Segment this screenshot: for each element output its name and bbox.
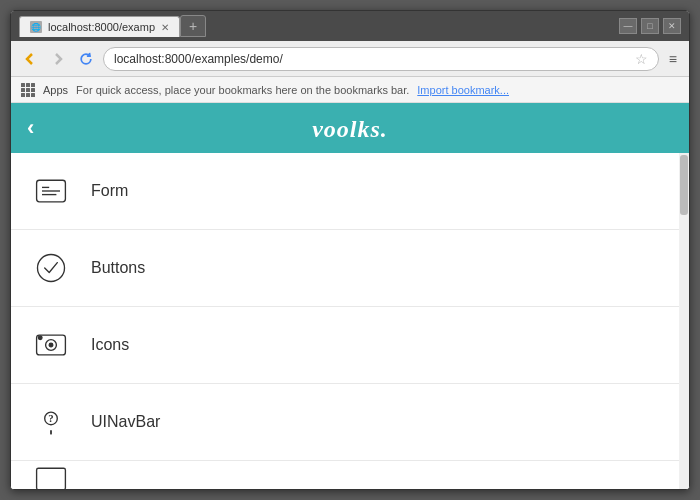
menu-item-partial[interactable] bbox=[11, 461, 689, 489]
minimize-button[interactable]: — bbox=[619, 18, 637, 34]
new-tab-button[interactable]: + bbox=[180, 15, 206, 37]
partial-icon bbox=[31, 461, 71, 489]
url-text: localhost:8000/examples/demo/ bbox=[114, 52, 629, 66]
menu-item-buttons[interactable]: Buttons bbox=[11, 230, 689, 307]
address-bar[interactable]: localhost:8000/examples/demo/ ☆ bbox=[103, 47, 659, 71]
svg-text:?: ? bbox=[48, 412, 53, 424]
import-bookmarks-link[interactable]: Import bookmark... bbox=[417, 84, 509, 96]
scroll-thumb[interactable] bbox=[680, 155, 688, 215]
browser-menu-button[interactable]: ≡ bbox=[665, 49, 681, 69]
apps-label[interactable]: Apps bbox=[43, 84, 68, 96]
bookmark-hint-text: For quick access, place your bookmarks h… bbox=[76, 84, 409, 96]
app-header: ‹ voolks. bbox=[11, 103, 689, 153]
menu-list: Form Buttons bbox=[11, 153, 689, 489]
svg-point-7 bbox=[49, 343, 53, 347]
menu-item-form[interactable]: Form bbox=[11, 153, 689, 230]
menu-item-icons[interactable]: Icons bbox=[11, 307, 689, 384]
app-logo: voolks. bbox=[312, 113, 388, 144]
tab-close-button[interactable]: ✕ bbox=[161, 22, 169, 33]
tab-favicon: 🌐 bbox=[30, 21, 42, 33]
icons-icon bbox=[31, 325, 71, 365]
tab-strip: 🌐 localhost:8000/examp ✕ + bbox=[19, 15, 613, 37]
refresh-button[interactable] bbox=[75, 48, 97, 70]
logo-text: voolks. bbox=[312, 116, 388, 142]
tab-title: localhost:8000/examp bbox=[48, 21, 155, 33]
icons-label: Icons bbox=[91, 336, 129, 354]
scroll-track bbox=[679, 153, 689, 489]
forward-button[interactable] bbox=[47, 48, 69, 70]
apps-grid-icon bbox=[21, 83, 35, 97]
bookmark-star-button[interactable]: ☆ bbox=[635, 51, 648, 67]
svg-rect-12 bbox=[37, 468, 66, 489]
app-back-button[interactable]: ‹ bbox=[27, 115, 34, 141]
active-tab[interactable]: 🌐 localhost:8000/examp ✕ bbox=[19, 16, 180, 37]
svg-point-8 bbox=[38, 336, 42, 340]
buttons-icon bbox=[31, 248, 71, 288]
bookmarks-bar: Apps For quick access, place your bookma… bbox=[11, 77, 689, 103]
nav-bar: localhost:8000/examples/demo/ ☆ ≡ bbox=[11, 41, 689, 77]
maximize-button[interactable]: □ bbox=[641, 18, 659, 34]
svg-point-4 bbox=[38, 255, 65, 282]
browser-window: 🌐 localhost:8000/examp ✕ + — □ ✕ bbox=[10, 10, 690, 490]
form-label: Form bbox=[91, 182, 128, 200]
uinavbar-icon: ? bbox=[31, 402, 71, 442]
close-button[interactable]: ✕ bbox=[663, 18, 681, 34]
window-controls: — □ ✕ bbox=[619, 18, 681, 34]
menu-item-uinavbar[interactable]: ? UINavBar bbox=[11, 384, 689, 461]
app-content: ‹ voolks. Form bbox=[11, 103, 689, 489]
title-bar: 🌐 localhost:8000/examp ✕ + — □ ✕ bbox=[11, 11, 689, 41]
buttons-label: Buttons bbox=[91, 259, 145, 277]
uinavbar-label: UINavBar bbox=[91, 413, 160, 431]
form-icon bbox=[31, 171, 71, 211]
back-button[interactable] bbox=[19, 48, 41, 70]
